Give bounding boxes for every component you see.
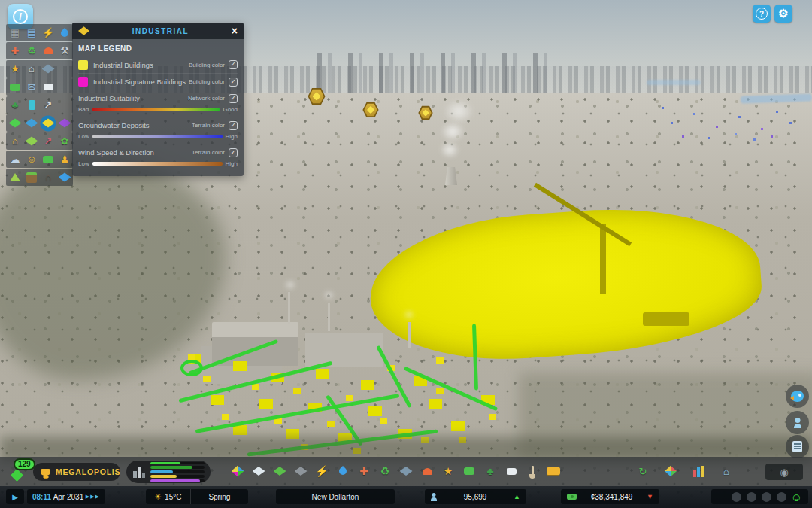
zones-tool[interactable] (229, 462, 247, 480)
map-legend-title: MAP LEGEND (78, 44, 238, 53)
electricity-tool[interactable]: ⚡ (313, 462, 331, 480)
signature-buildings-tool[interactable] (271, 462, 289, 480)
clock-time: 08:11 (32, 493, 51, 501)
gradient-high-label: Good (223, 106, 238, 113)
mine-excavator (643, 312, 689, 326)
education-research-tool[interactable] (397, 462, 415, 480)
water-sewage-infoview[interactable] (56, 25, 73, 41)
fire-rescue-tool[interactable] (418, 462, 436, 480)
distant-zone-overlay-dots (662, 107, 664, 109)
gradient-bar (92, 135, 223, 138)
city-level-indicator[interactable]: 129 (9, 460, 35, 484)
gradient-low-label: Low (78, 160, 89, 167)
xp-progress-bar (150, 462, 205, 465)
administration-infoview[interactable]: ⌂ (23, 61, 40, 78)
city-information-button[interactable]: ⌂ (717, 462, 735, 480)
battery-infoview[interactable] (23, 97, 40, 114)
routes-infoview[interactable]: ↗ (40, 97, 56, 114)
police-administration-tool[interactable]: ★ (439, 462, 457, 480)
water-resources-infoview[interactable] (56, 169, 73, 186)
temperature-value: 15°C (165, 493, 181, 501)
garbage-infoview[interactable]: ♻ (23, 43, 40, 59)
greenery-infoview[interactable]: ✿ (56, 133, 73, 150)
telecom-infoview[interactable] (40, 79, 56, 96)
office-zones-infoview[interactable] (56, 115, 73, 132)
buildings-infoview[interactable]: ▤ (23, 25, 40, 41)
map-info-button[interactable] (662, 462, 680, 480)
pollution-infoview[interactable]: ☁ (7, 151, 23, 168)
roads-tool[interactable] (292, 462, 310, 480)
post-infoview[interactable]: ✉ (23, 79, 40, 96)
commercial-zones-infoview[interactable] (23, 115, 40, 132)
milestone-button[interactable]: MEGALOPOLIS (33, 463, 120, 481)
city-name-panel[interactable]: New Dollarton (276, 489, 395, 504)
landscaping-tool[interactable] (523, 462, 541, 480)
water-sewage-tool[interactable] (334, 462, 352, 480)
statistics-button[interactable] (689, 462, 707, 480)
legend-checkbox[interactable]: ✓ (229, 78, 238, 87)
happiness-face-2 (746, 491, 757, 503)
areas-tool[interactable] (250, 462, 268, 480)
legend-color-type: Building color (189, 62, 225, 68)
management-tools: ↻⌂ (634, 462, 735, 480)
mine-crane-mast (600, 224, 606, 294)
education-infoview[interactable] (40, 61, 56, 78)
legend-checkbox[interactable]: ✓ (229, 60, 238, 69)
housing-infoview[interactable]: ⌂ (7, 133, 23, 150)
statistics-infoview[interactable]: ↗ (40, 133, 56, 150)
economy-infoview[interactable] (40, 151, 56, 168)
communications-tool[interactable] (502, 462, 520, 480)
healthcare-infoview[interactable]: ✚ (7, 43, 23, 59)
gradient-bar (92, 162, 223, 166)
chirper-button[interactable] (786, 385, 809, 408)
legend-checkbox[interactable]: ✓ (229, 148, 238, 157)
legend-label: Industrial Suitability (78, 94, 188, 102)
money-panel[interactable]: ¢38,341,849 ▼ (561, 489, 659, 504)
tourism-infoview[interactable]: ♟ (56, 151, 73, 168)
transportation-tool[interactable] (460, 462, 478, 480)
info-icon: i (13, 9, 28, 24)
legend-color-type: Terrain color (192, 122, 225, 129)
happiness-infoview[interactable]: ☺ (23, 151, 40, 168)
roads-infoview[interactable]: ▦ (7, 25, 23, 41)
legend-label: Groundwater Deposits (78, 121, 192, 129)
settings-button[interactable]: ⚙ (774, 5, 792, 23)
natural-resources-infoview[interactable] (23, 169, 40, 186)
infoview-grid: ▦▤⚡ ✚♻⚒ ★⌂ ✉ ♣↗ ⌂↗✿ ☁☺♟ ∩ (6, 24, 73, 187)
city-buildings-icon (133, 467, 146, 478)
industrial-demand-bar (150, 475, 205, 478)
demand-bars (150, 461, 205, 482)
parks-recreation-tool[interactable]: ♣ (481, 462, 499, 480)
electricity-infoview[interactable]: ⚡ (40, 25, 56, 41)
healthcare-deathcare-tool[interactable]: ✚ (355, 462, 373, 480)
transportation-infoview[interactable] (7, 79, 23, 96)
police-infoview[interactable]: ★ (7, 61, 23, 78)
population-panel[interactable]: 95,699 ▲ (425, 489, 526, 504)
terrain-infoview[interactable] (7, 169, 23, 186)
bulldozer-tool[interactable] (544, 462, 562, 480)
infoview-row: ✉ (6, 78, 73, 96)
residential-zones-infoview[interactable] (7, 115, 23, 132)
close-icon[interactable]: × (232, 26, 238, 36)
play-pause-button[interactable]: ▶ (6, 489, 24, 504)
time-date-panel: 08:11 Apr 2031 ▶▶▶ (27, 489, 105, 504)
happiness-panel[interactable]: ☺ (711, 489, 808, 504)
progression-demand-panel[interactable] (126, 461, 211, 483)
smoke-plume (404, 310, 414, 319)
photo-mode-button[interactable]: ◉ (765, 464, 803, 480)
legend-checkbox[interactable]: ✓ (229, 121, 238, 130)
smoke-plume (440, 141, 459, 158)
maintenance-infoview[interactable]: ⚒ (56, 43, 73, 59)
followed-citizen-button[interactable] (786, 411, 809, 434)
economy-button[interactable]: ↻ (634, 462, 652, 480)
fire-rescue-infoview[interactable] (40, 43, 56, 59)
speed-fast-forward-icon[interactable]: ▶▶▶ (86, 494, 100, 500)
parks-infoview[interactable]: ♣ (7, 97, 23, 114)
land-value-infoview[interactable] (23, 133, 40, 150)
journal-button[interactable] (786, 435, 809, 458)
legend-checkbox[interactable]: ✓ (229, 94, 238, 103)
garbage-management-tool[interactable]: ♻ (376, 462, 394, 480)
noise-pollution-infoview[interactable]: ∩ (40, 169, 56, 186)
industrial-zones-infoview[interactable] (40, 115, 56, 132)
help-button[interactable]: ? (753, 5, 771, 23)
